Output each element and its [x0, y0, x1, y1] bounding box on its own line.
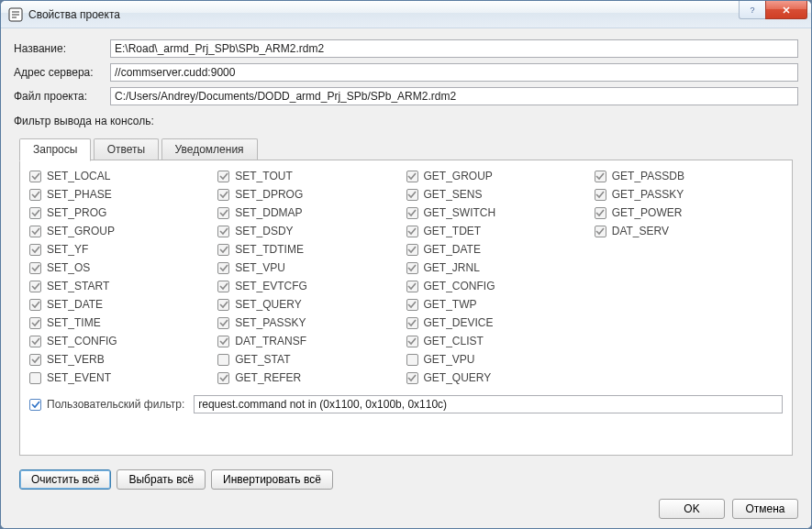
user-filter-row: Пользовательский фильтр: [29, 395, 783, 413]
filter-checkbox[interactable]: GET_TWP [406, 298, 595, 311]
checkbox-icon [217, 244, 229, 256]
filter-checkbox[interactable]: DAT_SERV [595, 225, 783, 237]
filter-checkbox[interactable]: GET_STAT [217, 353, 406, 366]
help-button[interactable]: ? [739, 1, 766, 19]
filter-checkbox[interactable]: SET_PROG [29, 206, 217, 219]
filter-checkbox[interactable]: SET_TIME [29, 316, 217, 329]
checkbox-label: SET_PASSKY [235, 316, 306, 329]
filter-checkbox[interactable]: SET_QUERY [217, 298, 406, 311]
tab-replies[interactable]: Ответы [94, 138, 159, 160]
checkbox-icon [406, 244, 418, 256]
filter-checkbox[interactable]: SET_GROUP [29, 225, 217, 237]
filter-checkbox[interactable]: GET_PASSDB [595, 170, 783, 182]
checkbox-label: SET_TOUT [235, 170, 292, 182]
checkbox-icon [406, 226, 418, 237]
filter-checkbox[interactable]: SET_CONFIG [29, 335, 217, 347]
checkbox-label: SET_DATE [47, 298, 103, 311]
filter-checkbox[interactable]: GET_REFER [217, 371, 406, 384]
checkbox-icon [29, 171, 41, 182]
filter-checkbox[interactable]: GET_SENS [406, 188, 595, 201]
server-row: Адрес сервера: [14, 63, 798, 82]
checkbox-icon [595, 189, 606, 201]
name-label: Название: [14, 42, 110, 55]
tab-requests[interactable]: Запросы [19, 138, 91, 161]
server-input[interactable] [110, 63, 798, 82]
projfile-row: Файл проекта: [14, 87, 798, 105]
checkbox-icon [217, 189, 229, 201]
name-input[interactable] [110, 39, 798, 58]
tabs: Запросы Ответы Уведомления [19, 138, 798, 160]
filter-checkbox[interactable]: SET_EVENT [29, 371, 217, 384]
cancel-button[interactable]: Отмена [732, 499, 798, 519]
checkbox-label: SET_DDMAP [235, 206, 302, 219]
filter-checkbox[interactable]: GET_SWITCH [406, 206, 595, 219]
checkbox-label: GET_DEVICE [424, 316, 494, 329]
filter-checkbox[interactable]: SET_EVTCFG [217, 280, 406, 292]
checkbox-label: GET_TWP [424, 298, 477, 311]
filter-checkbox[interactable]: GET_CLIST [406, 335, 595, 347]
filter-checkbox[interactable]: SET_START [29, 280, 217, 292]
filter-checkbox[interactable]: DAT_TRANSF [217, 335, 406, 347]
invert-all-button[interactable]: Инвертировать всё [211, 469, 333, 490]
checkbox-icon [29, 399, 41, 411]
filter-checkbox[interactable]: SET_VERB [29, 353, 217, 366]
filter-checkbox[interactable]: GET_VPU [406, 353, 595, 366]
filter-checkbox[interactable]: GET_CONFIG [406, 280, 595, 292]
user-filter-checkbox[interactable]: Пользовательский фильтр: [29, 398, 184, 411]
app-icon [8, 7, 23, 22]
svg-text:?: ? [750, 6, 754, 15]
close-button[interactable] [765, 1, 807, 19]
filter-checkbox[interactable]: GET_QUERY [406, 371, 595, 384]
filter-checkbox[interactable]: GET_JRNL [406, 261, 595, 274]
user-filter-input[interactable] [194, 395, 783, 413]
filter-checkbox[interactable]: SET_TDTIME [217, 243, 406, 256]
filter-checkbox[interactable]: SET_DATE [29, 298, 217, 311]
tab-notifications[interactable]: Уведомления [161, 138, 258, 160]
checkbox-label: GET_PASSDB [612, 170, 684, 182]
checkbox-icon [406, 281, 418, 292]
checkbox-icon [217, 207, 229, 219]
checkbox-icon [595, 226, 606, 237]
checkbox-icon [29, 226, 41, 237]
filter-checkbox[interactable]: SET_VPU [217, 261, 406, 274]
filter-checkbox[interactable]: SET_TOUT [217, 170, 406, 182]
checkbox-label: SET_EVENT [47, 371, 111, 384]
filter-checkbox[interactable]: SET_LOCAL [29, 170, 217, 182]
checkbox-label: SET_QUERY [235, 298, 301, 311]
checkbox-icon [29, 244, 41, 256]
server-label: Адрес сервера: [14, 66, 110, 79]
projfile-input[interactable] [110, 87, 798, 105]
checkbox-label: SET_DPROG [235, 188, 303, 201]
filter-checkbox[interactable]: GET_DEVICE [406, 316, 595, 329]
checkbox-label: SET_VPU [235, 261, 285, 274]
titlebar[interactable]: Свойства проекта ? [1, 1, 811, 28]
filter-checkbox[interactable]: GET_GROUP [406, 170, 595, 182]
filter-checkbox[interactable]: GET_PASSKY [595, 188, 783, 201]
checkbox-label: SET_TIME [47, 316, 101, 329]
dialog-buttons: OK Отмена [14, 499, 798, 519]
checkbox-icon [406, 262, 418, 274]
filter-checkbox[interactable]: GET_DATE [406, 243, 595, 256]
filter-checkbox[interactable]: GET_TDET [406, 225, 595, 237]
checkbox-icon [217, 372, 229, 384]
checkbox-icon [29, 354, 41, 366]
filter-checkbox[interactable]: GET_POWER [595, 206, 783, 219]
clear-all-button[interactable]: Очистить всё [19, 469, 111, 490]
filter-checkbox[interactable]: SET_OS [29, 261, 217, 274]
checkbox-label: SET_OS [47, 261, 90, 274]
checkbox-icon [217, 281, 229, 292]
checkbox-label: DAT_SERV [612, 225, 669, 237]
checkbox-label: DAT_TRANSF [235, 335, 306, 347]
checkbox-label: SET_GROUP [47, 225, 115, 237]
ok-button[interactable]: OK [659, 499, 725, 519]
filter-checkbox[interactable]: SET_YF [29, 243, 217, 256]
filter-checkbox[interactable]: SET_DPROG [217, 188, 406, 201]
select-all-button[interactable]: Выбрать всё [117, 469, 206, 490]
filter-checkbox[interactable]: SET_DSDY [217, 225, 406, 237]
filter-checkbox[interactable]: SET_PHASE [29, 188, 217, 201]
filter-checkbox[interactable]: SET_PASSKY [217, 316, 406, 329]
checkbox-icon [217, 299, 229, 311]
filter-checkbox[interactable]: SET_DDMAP [217, 206, 406, 219]
checkbox-label: GET_TDET [424, 225, 482, 237]
checkbox-icon [406, 317, 418, 329]
